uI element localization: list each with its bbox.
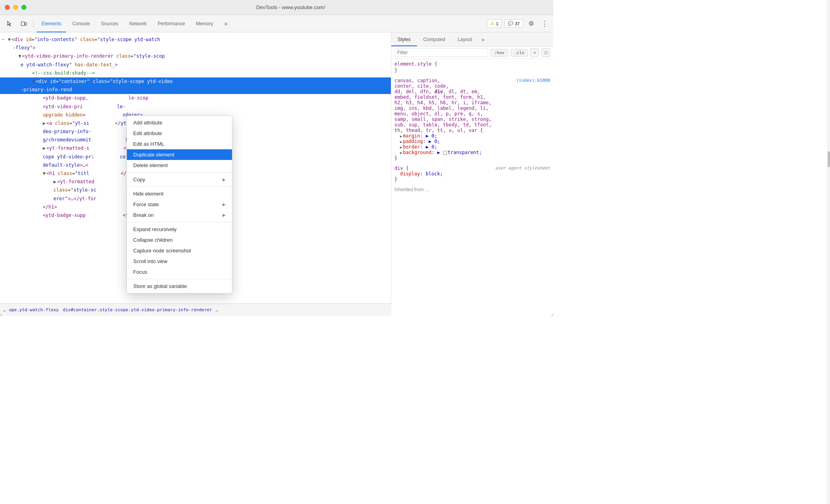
tab-network[interactable]: Network bbox=[124, 15, 151, 32]
ctx-delete-element[interactable]: Delete element bbox=[127, 160, 232, 171]
style-selector-extra: center, cite, code, dd, del, dfn, div, d… bbox=[394, 83, 550, 133]
tab-elements[interactable]: Elements bbox=[37, 15, 66, 32]
toolbar: Elements Console Sources Network Perform… bbox=[0, 15, 553, 32]
toolbar-right: ⚠ 1 💬 37 ⚙ ⋮ bbox=[487, 18, 550, 29]
tab-more[interactable]: » bbox=[219, 15, 232, 32]
tab-layout[interactable]: Layout bbox=[451, 32, 478, 46]
style-prop-padding: ▶padding: ▶ 0; bbox=[400, 139, 550, 144]
styles-tabs: Styles Computed Layout » bbox=[391, 32, 553, 47]
inspect-element-button[interactable] bbox=[3, 18, 16, 29]
style-source-link[interactable]: (index):61008 bbox=[516, 78, 550, 83]
tab-sources[interactable]: Sources bbox=[96, 15, 123, 32]
context-menu: Add attribute Edit attribute Edit as HTM… bbox=[126, 115, 232, 293]
styles-filter-bar: :hov .cls + ⬡ bbox=[391, 47, 553, 59]
settings-button[interactable]: ⚙ bbox=[526, 18, 537, 29]
toolbar-divider-1 bbox=[33, 20, 34, 28]
title-bar: DevTools - www.youtube.com/ bbox=[0, 0, 553, 15]
ctx-separator-2 bbox=[127, 186, 232, 187]
ctx-separator-4 bbox=[127, 279, 232, 279]
ctx-duplicate-element[interactable]: Duplicate element bbox=[127, 149, 232, 160]
ctx-separator-1 bbox=[127, 172, 232, 173]
warning-count: 1 bbox=[496, 21, 498, 26]
warning-icon: ⚠ bbox=[490, 21, 494, 26]
tab-computed[interactable]: Computed bbox=[417, 32, 451, 46]
inherited-from-header: Inherited from … bbox=[394, 187, 550, 192]
device-toggle-button[interactable] bbox=[17, 18, 30, 29]
minimize-button[interactable] bbox=[13, 5, 18, 10]
window-controls bbox=[5, 5, 26, 10]
more-button[interactable]: ⋮ bbox=[539, 18, 550, 29]
styles-filter-input[interactable] bbox=[394, 48, 488, 57]
ctx-break-on[interactable]: Break on ▶ bbox=[127, 210, 232, 220]
style-selector: element.style { bbox=[394, 61, 550, 67]
main-area: … ▼<div id="info-contents" class="style-… bbox=[0, 32, 553, 316]
ctx-edit-html[interactable]: Edit as HTML bbox=[127, 139, 232, 149]
tab-memory[interactable]: Memory bbox=[191, 15, 218, 32]
cursor-icon bbox=[6, 21, 13, 27]
style-selector-line: canvas, caption, (index):61008 bbox=[394, 78, 550, 83]
warning-badge[interactable]: ⚠ 1 bbox=[487, 19, 502, 28]
ctx-hide-element[interactable]: Hide element bbox=[127, 188, 232, 199]
tab-performance[interactable]: Performance bbox=[153, 15, 190, 32]
user-agent-label: user agent stylesheet bbox=[495, 165, 550, 171]
ctx-separator-3 bbox=[127, 222, 232, 222]
styles-content: element.style { } canvas, caption, (inde… bbox=[391, 59, 553, 316]
style-prop-border: ▶border: ▶ 0; bbox=[400, 144, 550, 150]
info-count: 37 bbox=[515, 21, 520, 26]
svg-rect-0 bbox=[21, 22, 25, 26]
ctx-add-attribute[interactable]: Add attribute bbox=[127, 117, 232, 128]
ctx-store-global[interactable]: Store as global variable bbox=[127, 281, 232, 291]
style-prop-display: display: block; bbox=[400, 171, 550, 177]
maximize-button[interactable] bbox=[21, 5, 26, 10]
add-style-button[interactable]: + bbox=[530, 48, 539, 57]
style-close-brace-3: } bbox=[394, 177, 550, 182]
submenu-arrow-icon: ▶ bbox=[223, 202, 226, 207]
toggle-style-button[interactable]: ⬡ bbox=[541, 48, 550, 57]
style-selector-div-line: div { user agent stylesheet bbox=[394, 165, 550, 171]
color-swatch bbox=[443, 151, 447, 155]
style-body-div: display: block; bbox=[394, 171, 550, 177]
ctx-collapse-children[interactable]: Collapse children bbox=[127, 235, 232, 245]
ctx-focus[interactable]: Focus bbox=[127, 267, 232, 277]
styles-panel: Styles Computed Layout » :hov .cls + ⬡ e… bbox=[391, 32, 553, 316]
style-prop-background: ▶background: ▶ transparent; bbox=[400, 150, 550, 155]
ctx-edit-attribute[interactable]: Edit attribute bbox=[127, 128, 232, 139]
svg-rect-1 bbox=[25, 23, 26, 25]
ctx-scroll-into-view[interactable]: Scroll into view bbox=[127, 256, 232, 267]
style-rule-div: div { user agent stylesheet display: blo… bbox=[394, 165, 550, 182]
devtools-window: DevTools - www.youtube.com/ Elements Con… bbox=[0, 0, 553, 316]
submenu-arrow-icon: ▶ bbox=[223, 213, 226, 217]
tab-styles[interactable]: Styles bbox=[391, 32, 417, 46]
ctx-expand-recursively[interactable]: Expand recursively bbox=[127, 224, 232, 235]
context-menu-overlay: Add attribute Edit attribute Edit as HTM… bbox=[0, 32, 391, 316]
window-title: DevTools - www.youtube.com/ bbox=[33, 4, 549, 10]
info-badge[interactable]: 💬 37 bbox=[504, 19, 523, 28]
device-icon bbox=[21, 21, 27, 27]
submenu-arrow-icon: ▶ bbox=[223, 177, 226, 182]
ctx-force-state[interactable]: Force state ▶ bbox=[127, 199, 232, 210]
tab-console[interactable]: Console bbox=[68, 15, 94, 32]
style-close-brace: } bbox=[394, 68, 550, 73]
style-body-canvas: ▶margin: ▶ 0; ▶padding: ▶ 0; ▶border: ▶ … bbox=[394, 133, 550, 155]
hov-filter-button[interactable]: :hov bbox=[490, 49, 508, 56]
ctx-capture-screenshot[interactable]: Capture node screenshot bbox=[127, 245, 232, 256]
styles-tab-more[interactable]: » bbox=[478, 32, 488, 46]
ctx-copy[interactable]: Copy ▶ bbox=[127, 174, 232, 185]
style-prop-margin: ▶margin: ▶ 0; bbox=[400, 133, 550, 139]
style-rule-canvas: canvas, caption, (index):61008 center, c… bbox=[394, 78, 550, 161]
info-icon: 💬 bbox=[508, 21, 513, 26]
dom-wrapper: … ▼<div id="info-contents" class="style-… bbox=[0, 32, 391, 316]
style-close-brace-2: } bbox=[394, 155, 550, 161]
close-button[interactable] bbox=[5, 5, 10, 10]
style-rule-element: element.style { } bbox=[394, 61, 550, 73]
cls-filter-button[interactable]: .cls bbox=[511, 49, 528, 56]
